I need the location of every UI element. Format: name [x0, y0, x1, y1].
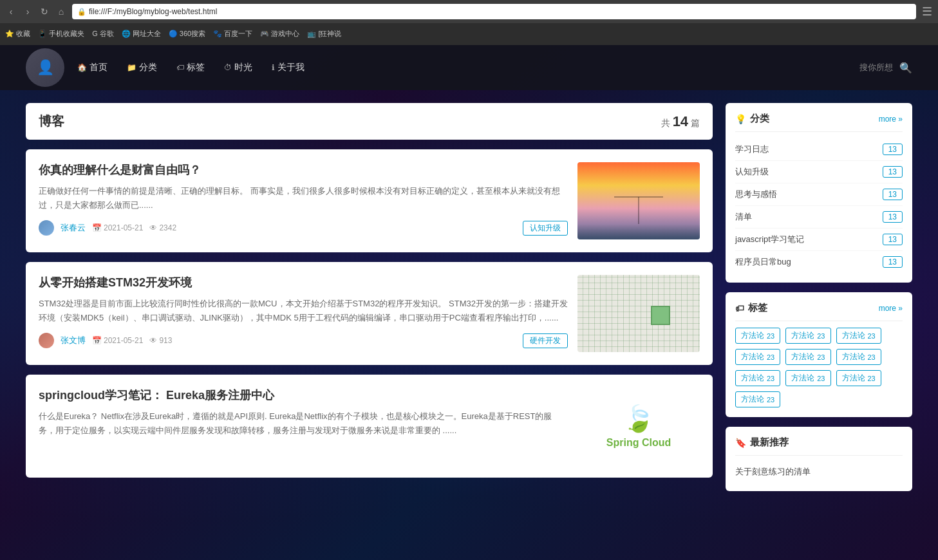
browser-menu-button[interactable]: ☰ — [921, 6, 933, 17]
categories-icon: 💡 — [735, 114, 746, 124]
bookmark-mobile[interactable]: 📱 手机收藏夹 — [38, 29, 84, 39]
forward-button[interactable]: › — [22, 6, 33, 17]
category-item-2[interactable]: 认知升级 13 — [735, 161, 903, 183]
address-bar[interactable]: 🔒 file:///F:/myBlog/myblog-web/test.html — [72, 4, 916, 19]
author-avatar-1 — [39, 220, 54, 236]
article-image-2 — [577, 275, 700, 352]
categories-header: 💡 分类 more » — [735, 113, 903, 132]
site-logo: 👤 — [26, 48, 64, 87]
tag-item-6[interactable]: 方法论 23 — [836, 349, 881, 365]
article-title-2[interactable]: 从零开始搭建STM32开发环境 — [39, 275, 568, 290]
article-excerpt-2: STM32处理器是目前市面上比较流行同时性价比很高的一款MCU，本文开始介绍基于… — [39, 297, 568, 325]
thumbnail-sunset — [577, 162, 700, 239]
category-name-6: 程序员日常bug — [735, 256, 791, 268]
bookmark-360[interactable]: 🔵 360搜索 — [169, 29, 205, 39]
recent-item-1[interactable]: 关于刻意练习的清单 — [735, 462, 903, 481]
article-tag-2[interactable]: 硬件开发 — [523, 333, 568, 348]
tag-item-7[interactable]: 方法论 23 — [735, 370, 780, 386]
bookmark-baidu[interactable]: 🐾 百度一下 — [213, 29, 252, 39]
categories-more-button[interactable]: more » — [879, 115, 903, 124]
about-nav-icon: ℹ — [272, 63, 275, 72]
tag-item-1[interactable]: 方法论 23 — [735, 328, 780, 344]
author-name-2: 张文博 — [61, 335, 86, 346]
category-name-4: 清单 — [735, 211, 752, 223]
article-views-1: 👁 2342 — [149, 223, 176, 232]
article-card-1: 你真的理解什么是财富自由吗？ 正确做好任何一件事情的前提是清晰、正确的理解目标。… — [26, 149, 713, 252]
recent-card: 🔖 最新推荐 关于刻意练习的清单 — [726, 427, 912, 491]
site-nav: 🏠 首页 📁 分类 🏷 标签 ⏱ 时光 ℹ 关于我 — [77, 62, 859, 73]
bookmark-nav[interactable]: 🌐 网址大全 — [122, 29, 161, 39]
article-content-2: 从零开始搭建STM32开发环境 STM32处理器是目前市面上比较流行同时性价比很… — [39, 275, 568, 348]
thumbnail-circuit — [577, 275, 700, 352]
tags-header: 🏷 标签 more » — [735, 302, 903, 321]
url-text: file:///F:/myBlog/myblog-web/test.html — [89, 7, 217, 16]
reload-button[interactable]: ↻ — [39, 6, 50, 17]
tags-list: 方法论 23 方法论 23 方法论 23 方法论 23 — [735, 328, 903, 407]
article-tag-1[interactable]: 认知升级 — [523, 221, 568, 236]
browser-bookmarks: ⭐ 收藏 📱 手机收藏夹 G 谷歌 🌐 网址大全 🔵 360搜索 🐾 百度一下 … — [0, 23, 938, 44]
author-avatar-2 — [39, 333, 54, 348]
article-meta-2: 张文博 📅 2021-05-21 👁 913 硬件开发 — [39, 333, 568, 348]
search-button[interactable]: 🔍 — [899, 62, 912, 74]
tag-item-10[interactable]: 方法论 23 — [735, 391, 780, 407]
article-content-1: 你真的理解什么是财富自由吗？ 正确做好任何一件事情的前提是清晰、正确的理解目标。… — [39, 162, 568, 236]
article-image-1 — [577, 162, 700, 239]
category-count-5: 13 — [883, 234, 903, 245]
site-header: 👤 🏠 首页 📁 分类 🏷 标签 ⏱ 时光 ℹ 关于我 — [0, 45, 938, 90]
article-image-3: 🍃 Spring Cloud — [577, 387, 700, 465]
categories-list: 学习日志 13 认知升级 13 思考与感悟 13 清单 13 — [735, 138, 903, 273]
nav-timeline[interactable]: ⏱ 时光 — [224, 62, 252, 73]
tag-item-9[interactable]: 方法论 23 — [836, 370, 881, 386]
article-date-1: 📅 2021-05-21 — [92, 223, 143, 232]
article-excerpt-1: 正确做好任何一件事情的前提是清晰、正确的理解目标。 而事实是，我们很多人很多时候… — [39, 184, 568, 212]
tag-item-8[interactable]: 方法论 23 — [785, 370, 830, 386]
category-item-6[interactable]: 程序员日常bug 13 — [735, 251, 903, 273]
calendar-icon-2: 📅 — [92, 336, 102, 345]
nav-category[interactable]: 📁 分类 — [127, 62, 157, 73]
home-nav-icon: 🏠 — [77, 63, 87, 72]
category-item-4[interactable]: 清单 13 — [735, 206, 903, 229]
tag-item-4[interactable]: 方法论 23 — [735, 349, 780, 365]
main-content: 博客 共 14 篇 你真的理解什么是财富自由吗？ 正确做好任何一件事情的前提是清… — [26, 103, 713, 501]
back-button[interactable]: ‹ — [5, 6, 17, 17]
article-title-1[interactable]: 你真的理解什么是财富自由吗？ — [39, 162, 568, 178]
eye-icon-1: 👁 — [149, 223, 157, 232]
blog-title: 博客 — [39, 113, 64, 130]
bookmark-game[interactable]: 🎮 游戏中心 — [260, 29, 299, 39]
nav-about[interactable]: ℹ 关于我 — [272, 62, 305, 73]
tag-item-2[interactable]: 方法论 23 — [785, 328, 830, 344]
tag-item-3[interactable]: 方法论 23 — [836, 328, 881, 344]
article-views-2: 👁 913 — [149, 336, 172, 345]
browser-toolbar: ‹ › ↻ ⌂ 🔒 file:///F:/myBlog/myblog-web/t… — [0, 0, 938, 23]
timeline-nav-icon: ⏱ — [224, 63, 232, 72]
blog-header-card: 博客 共 14 篇 — [26, 103, 713, 140]
nav-tags[interactable]: 🏷 标签 — [176, 62, 205, 73]
search-area: 搜你所想 🔍 — [859, 62, 912, 74]
calendar-icon-1: 📅 — [92, 223, 102, 232]
bookmark-google[interactable]: G 谷歌 — [92, 29, 114, 39]
category-count-4: 13 — [883, 211, 903, 223]
nav-home[interactable]: 🏠 首页 — [77, 62, 108, 73]
bookmark-kuangshen[interactable]: 📺 [狂神说 — [307, 29, 341, 39]
bookmark-favorites[interactable]: ⭐ 收藏 — [5, 29, 30, 39]
browser-chrome: ‹ › ↻ ⌂ 🔒 file:///F:/myBlog/myblog-web/t… — [0, 0, 938, 45]
category-item-5[interactable]: javascript学习笔记 13 — [735, 229, 903, 251]
bookmark-section-icon: 🔖 — [735, 438, 746, 448]
categories-card: 💡 分类 more » 学习日志 13 认知升级 13 思考与感悟 — [726, 103, 912, 283]
thumbnail-spring-cloud: 🍃 Spring Cloud — [577, 387, 700, 465]
home-button[interactable]: ⌂ — [55, 6, 67, 17]
category-item-1[interactable]: 学习日志 13 — [735, 138, 903, 161]
search-placeholder-text: 搜你所想 — [859, 62, 893, 73]
category-count-6: 13 — [883, 256, 903, 268]
category-count-3: 13 — [883, 189, 903, 200]
tags-more-button[interactable]: more » — [879, 304, 903, 313]
tag-item-5[interactable]: 方法论 23 — [785, 349, 830, 365]
category-name-1: 学习日志 — [735, 144, 769, 155]
category-item-3[interactable]: 思考与感悟 13 — [735, 183, 903, 206]
category-name-5: javascript学习笔记 — [735, 234, 804, 245]
blog-count-num: 14 — [673, 113, 688, 129]
eye-icon-2: 👁 — [149, 336, 157, 345]
article-title-3[interactable]: springcloud学习笔记： Eureka服务注册中心 — [39, 387, 568, 403]
category-name-3: 思考与感悟 — [735, 189, 777, 200]
tags-nav-icon: 🏷 — [176, 63, 184, 72]
